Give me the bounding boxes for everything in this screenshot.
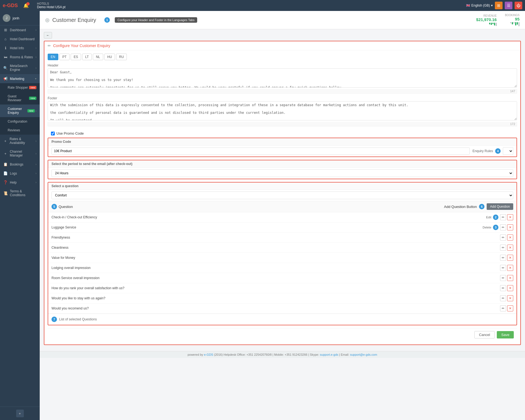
bookings-bar: [510, 22, 520, 26]
cancel-button[interactable]: Cancel: [474, 331, 495, 338]
bar-segment: [496, 23, 497, 26]
footer-link-skype[interactable]: support.e-gds: [320, 353, 338, 356]
use-promo-label[interactable]: Use Promo Code: [56, 131, 84, 135]
delete-question-button[interactable]: ✕: [507, 224, 513, 230]
card-footer-actions: Cancel Save: [48, 328, 517, 341]
sidebar-item-customer-enquiry[interactable]: Customer Enquiry new ›: [0, 105, 40, 117]
tab-pt[interactable]: PT: [59, 54, 70, 60]
footer-textarea[interactable]: With the submission of this data is expr…: [48, 101, 517, 120]
edit-question-button[interactable]: ✏: [500, 275, 506, 281]
content-area: ← ✏ Configure Your Customer Enquiry EN P…: [40, 29, 525, 351]
sidebar-item-marketing[interactable]: 📢 Marketing ▾: [0, 74, 40, 83]
sidebar-item-bookings[interactable]: 📋 Bookings ›: [0, 160, 40, 169]
edit-question-button[interactable]: ✏: [500, 305, 506, 311]
edit-question-button[interactable]: ✏: [500, 265, 506, 271]
delete-question-button[interactable]: ✕: [507, 245, 513, 251]
sidebar-item-label: Channel Manager: [10, 150, 36, 157]
delete-question-button[interactable]: ✕: [507, 265, 513, 271]
delete-question-button[interactable]: ✕: [507, 255, 513, 261]
sidebar-item-dashboard[interactable]: ⊞ Dashboard ›: [0, 25, 40, 34]
rooms-icon: 🛏: [3, 55, 8, 59]
edit-question-button[interactable]: ✏: [500, 255, 506, 261]
question-row-1: Check-in / Check-out Efficiency Edit 2 ✏…: [48, 212, 517, 222]
list-annot-circle: 7: [51, 317, 57, 322]
use-promo-checkbox[interactable]: [51, 132, 55, 135]
question-row-6: Lodging overall impression ✏ ✕: [48, 263, 517, 273]
search-icon: 🔍: [3, 66, 8, 70]
notification-bell[interactable]: 🔔: [23, 3, 29, 8]
promo-code-input[interactable]: [51, 147, 470, 155]
tab-ru[interactable]: RU: [116, 54, 127, 60]
footer-label: Footer: [48, 96, 517, 100]
tab-en[interactable]: EN: [48, 54, 58, 60]
period-select[interactable]: 24 Hours: [51, 169, 513, 177]
sidebar-item-logs[interactable]: 📄 Logs ›: [0, 169, 40, 178]
sidebar-item-help[interactable]: ❓ Help ›: [0, 178, 40, 187]
sidebar-item-rate-shopper[interactable]: Rate Shopper new: [0, 83, 40, 92]
sidebar-item-configuration[interactable]: Configuration: [0, 117, 40, 126]
edit-question-button[interactable]: ✏: [500, 224, 506, 230]
power-icon-button[interactable]: ⏻: [515, 2, 522, 9]
tab-nl[interactable]: NL: [93, 54, 103, 60]
question-row-8: How do you rank your overall satisfactio…: [48, 283, 517, 293]
footer-section: Footer With the submission of this data …: [48, 96, 517, 126]
sidebar-item-reviews[interactable]: Reviews: [0, 126, 40, 135]
tab-hu[interactable]: HU: [104, 54, 115, 60]
tab-es[interactable]: ES: [71, 54, 81, 60]
edit-question-button[interactable]: ✏: [500, 245, 506, 251]
edit-question-button[interactable]: ✏: [500, 234, 506, 241]
edit-question-button[interactable]: ✏: [500, 214, 506, 220]
edit-question-button[interactable]: ✏: [500, 295, 506, 301]
back-button[interactable]: ←: [44, 32, 52, 39]
question-text: Luggage Service: [51, 225, 76, 229]
delete-question-button[interactable]: ✕: [507, 305, 513, 311]
sidebar-item-rates-availability[interactable]: + Rates & Availability ›: [0, 135, 40, 147]
sidebar-item-label: Rate Shopper: [8, 86, 28, 89]
sidebar-expand-button[interactable]: +: [16, 410, 24, 417]
question-actions: ✏ ✕: [500, 265, 513, 271]
delete-question-button[interactable]: ✕: [507, 275, 513, 281]
question-row-10: Would you recomend us? ✏ ✕: [48, 303, 517, 314]
question-text: Would you like to stay with us again?: [51, 296, 105, 300]
save-button[interactable]: Save: [497, 331, 514, 338]
sidebar-item-guest-reviewer[interactable]: Guest Reviewer new: [0, 92, 40, 105]
chevron-down-icon: ▾: [35, 77, 36, 80]
tab-lt[interactable]: LT: [82, 54, 92, 60]
language-tabs: EN PT ES LT NL HU RU: [48, 54, 517, 60]
language-selector[interactable]: 🇬🇧 English (GB) ▾: [466, 4, 493, 7]
edit-question-button[interactable]: ✏: [500, 285, 506, 291]
lang-label: English (GB): [471, 4, 490, 7]
bar-segment: [515, 22, 516, 25]
questions-table: Check-in / Check-out Efficiency Edit 2 ✏…: [48, 212, 517, 314]
hotel-selector[interactable]: HOTELS Demo Hotel USA pt: [37, 2, 65, 9]
enquiry-icon: ◎: [45, 17, 50, 23]
menu-icon-button[interactable]: ☰: [505, 2, 512, 9]
grid-icon-button[interactable]: ⊞: [495, 2, 503, 9]
sidebar-item-channel-manager[interactable]: + Channel Manager ›: [0, 147, 40, 160]
edit-pencil-icon[interactable]: ✏: [48, 44, 51, 48]
sidebar-item-metasearch[interactable]: 🔍 MetaSearch Engine ›: [0, 62, 40, 74]
sidebar-item-label: Rooms & Rates: [10, 55, 33, 59]
period-section: Select the period to send the email (aft…: [48, 160, 517, 179]
user-profile[interactable]: J jonh: [0, 11, 40, 25]
question-row-2: Luggage Service Delete 3 ✏ ✕: [48, 222, 517, 233]
delete-question-button[interactable]: ✕: [507, 214, 513, 220]
question-category-select[interactable]: Comfort: [51, 192, 513, 199]
sidebar-item-rooms-rates[interactable]: 🛏 Rooms & Rates ›: [0, 53, 40, 62]
add-question-button[interactable]: Add Question: [487, 203, 513, 210]
question-actions: ✏ ✕: [500, 295, 513, 301]
footer-link-egds[interactable]: e-GDS: [204, 353, 213, 356]
sidebar-item-terms[interactable]: 📜 Terms & Conditions: [0, 187, 40, 199]
delete-question-button[interactable]: ✕: [507, 295, 513, 301]
enquiry-rules-select[interactable]: [503, 147, 513, 155]
bar-segment: [518, 22, 520, 26]
revenue-label: REVENUE: [483, 14, 497, 17]
sidebar-item-hotel-info[interactable]: ℹ Hotel Info ›: [0, 44, 40, 53]
header-textarea[interactable]: Dear Guest, We thank you for choosing us…: [48, 68, 517, 88]
delete-question-button[interactable]: ✕: [507, 234, 513, 241]
footer-link-email[interactable]: support@e-gds.com: [350, 353, 377, 356]
delete-question-button[interactable]: ✕: [507, 285, 513, 291]
logs-icon: 📄: [3, 171, 8, 175]
sidebar-item-hotel-dashboard[interactable]: ⌂ Hotel Dashboard: [0, 34, 40, 44]
chevron-right-icon: ›: [36, 140, 36, 143]
